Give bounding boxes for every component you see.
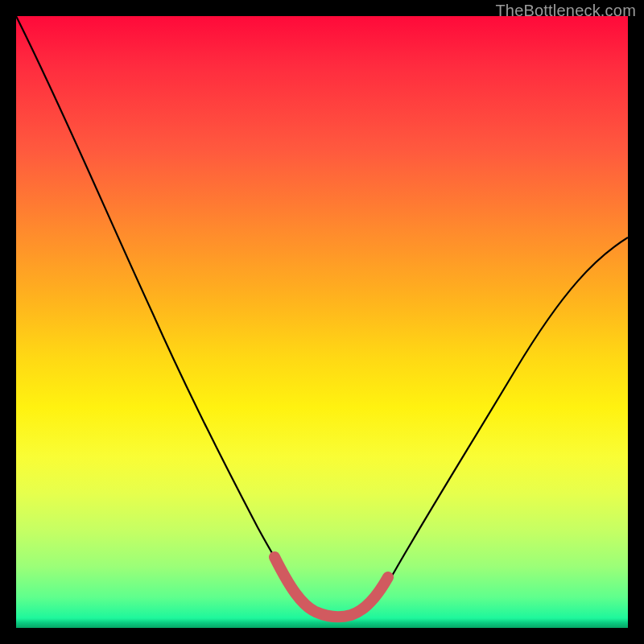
bottleneck-curve [16, 16, 628, 628]
chart-frame: TheBottleneck.com [0, 0, 644, 644]
curve-main-path [16, 16, 628, 617]
plot-area [16, 16, 628, 628]
curve-highlight-path [275, 557, 388, 617]
